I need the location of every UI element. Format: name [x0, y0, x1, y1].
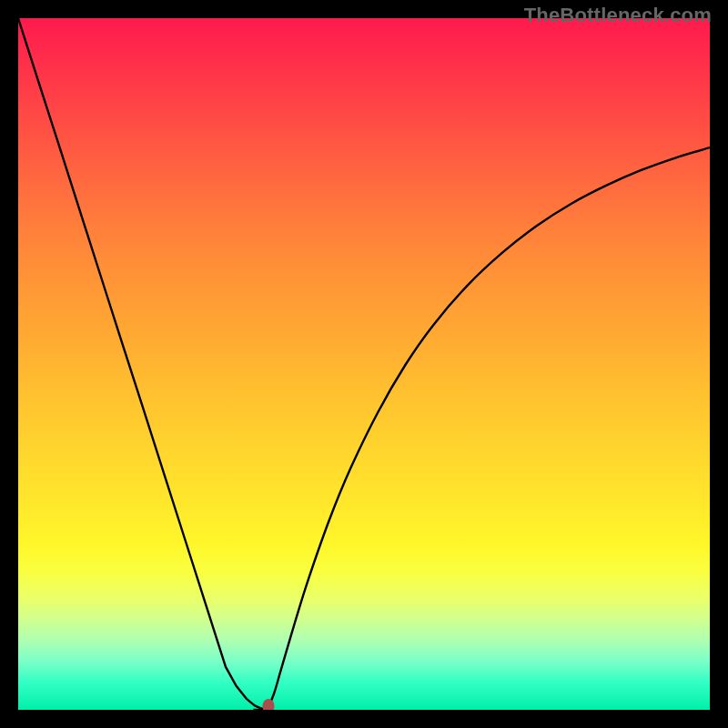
plot-area [18, 18, 710, 710]
curve-left-path [18, 18, 268, 710]
optimal-point-marker [263, 699, 275, 710]
chart-frame: TheBottleneck.com [0, 0, 728, 728]
bottleneck-curve [18, 18, 710, 710]
curve-right-path [268, 147, 710, 710]
watermark-text: TheBottleneck.com [524, 4, 712, 27]
